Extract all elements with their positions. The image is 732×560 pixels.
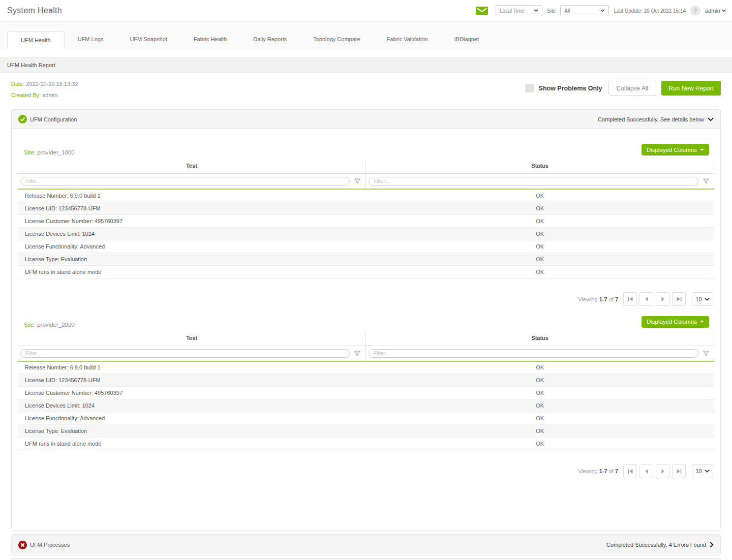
date-value: 2022-10-20 15:13:32 (26, 81, 78, 87)
chevron-down-icon (600, 9, 605, 12)
site-name: provider_1000 (37, 149, 75, 155)
previous-page-button[interactable] (639, 464, 653, 478)
chevron-down-icon[interactable] (708, 117, 714, 121)
tab-fabric-health[interactable]: Fabric Health (180, 30, 240, 49)
filter-funnel-icon[interactable] (703, 351, 709, 356)
status-cell: OK (366, 253, 714, 265)
top-bar: System Health Local Time Site All Last U… (0, 0, 732, 22)
table-row: License Devices Limit: 1024OK (18, 227, 714, 240)
test-filter-input[interactable] (20, 349, 350, 358)
filter-funnel-icon[interactable] (703, 178, 709, 184)
column-header-status[interactable]: Status (366, 160, 714, 174)
table-row: License Functionality: AdvancedOK (18, 412, 714, 425)
tab-daily-reports[interactable]: Daily Reports (240, 30, 300, 49)
page-title: System Health (7, 6, 62, 15)
site-line: Site: provider_2000 (24, 322, 75, 328)
pagination-viewing-text: Viewing 1-7 of 7 (578, 468, 618, 474)
tab-ufm-snapshot[interactable]: UFM Snapshot (116, 30, 180, 49)
filter-funnel-icon[interactable] (354, 178, 360, 184)
pagination-range: 1-7 (599, 468, 607, 474)
chevron-down-icon (534, 9, 538, 12)
tab-strip: UFM HealthUFM LogsUFM SnapshotFabric Hea… (7, 30, 725, 49)
site-label: Site: (24, 322, 36, 328)
first-page-button[interactable] (623, 292, 637, 306)
table-row: License UID: 123456778-UFMOK (18, 202, 714, 214)
page-size-select[interactable]: 10 (692, 292, 713, 306)
date-label: Date: (11, 81, 24, 87)
next-panel-partial (11, 558, 721, 560)
tab-ufm-health[interactable]: UFM Health (7, 31, 65, 49)
table-row: License UID: 123456778-UFMOK (18, 374, 714, 387)
run-new-report-button[interactable]: Run New Report (661, 81, 721, 96)
created-by-value: admin (42, 92, 57, 98)
ufm-configuration-panel: UFM Configuration Completed Successfully… (11, 109, 721, 531)
test-cell: License Functionality: Advanced (18, 240, 366, 253)
page-size-select[interactable]: 10 (692, 464, 713, 478)
tab-ufm-logs[interactable]: UFM Logs (65, 30, 117, 49)
ufm-configuration-title: UFM Configuration (30, 116, 77, 122)
ufm-processes-panel-header[interactable]: UFM Processes Completed Successfully. 4 … (12, 535, 720, 555)
time-zone-select[interactable]: Local Time (496, 5, 542, 16)
report-created-by-line: Created By: admin (11, 92, 78, 98)
success-check-icon (18, 115, 27, 123)
status-cell: OK (366, 374, 714, 387)
mail-icon[interactable] (476, 7, 488, 15)
next-page-button[interactable] (656, 464, 669, 478)
user-menu[interactable]: admin (705, 8, 727, 14)
filter-cell-status (366, 174, 714, 190)
table-body: Release Number: 6.9.0 build 1OKLicense U… (18, 361, 714, 450)
test-cell: Release Number: 6.9.0 build 1 (18, 189, 366, 202)
help-icon[interactable]: ? (690, 6, 700, 16)
displayed-columns-button[interactable]: Displayed Columns (642, 144, 709, 155)
table-row: License Type: EvaluationOK (18, 253, 714, 265)
status-cell: OK (366, 361, 714, 374)
status-filter-input[interactable] (369, 177, 698, 185)
status-cell: OK (366, 189, 714, 202)
show-problems-checkbox[interactable] (525, 84, 534, 92)
status-cell: OK (366, 227, 714, 240)
first-page-button[interactable] (623, 464, 637, 478)
pagination-range: 1-7 (599, 296, 607, 302)
collapse-all-button[interactable]: Collapse All (608, 81, 657, 96)
displayed-columns-label: Displayed Columns (647, 147, 697, 153)
test-cell: License UID: 123456778-UFM (18, 374, 366, 387)
status-cell: OK (366, 387, 714, 399)
user-name: admin (705, 8, 720, 14)
filter-cell-test (18, 346, 366, 361)
table-row: Release Number: 6.9.0 build 1OK (18, 361, 714, 374)
health-report-table: Test Status (18, 332, 714, 451)
table-row: UFM runs in stand alone modeOK (18, 265, 714, 278)
tab-topology-compare[interactable]: Topology Compare (300, 30, 373, 49)
report-meta-row: Date: 2022-10-20 15:13:32 Created By: ad… (0, 73, 732, 107)
ufm-processes-panel: UFM Processes Completed Successfully. 4 … (11, 534, 721, 555)
test-filter-input[interactable] (20, 177, 350, 185)
previous-page-button[interactable] (639, 292, 653, 306)
filter-funnel-icon[interactable] (354, 351, 360, 356)
column-header-test[interactable]: Test (18, 160, 366, 174)
status-cell: OK (366, 399, 714, 412)
column-header-status[interactable]: Status (366, 332, 714, 346)
pagination-bar: Viewing 1-7 of 7 10 (18, 278, 714, 306)
page-size-value: 10 (695, 296, 702, 302)
test-cell: License Devices Limit: 1024 (18, 227, 366, 240)
site-select[interactable]: All (560, 5, 609, 16)
show-problems-label: Show Problems Only (539, 85, 602, 92)
site-section: Site: provider_2000 Displayed Columns Te… (18, 306, 714, 479)
status-filter-input[interactable] (369, 349, 698, 358)
last-page-button[interactable] (672, 464, 686, 478)
ufm-processes-status: Completed Successfully. 4 Errors Found (606, 542, 714, 548)
page-size-value: 10 (695, 468, 702, 474)
test-cell: License Customer Number: 495760397 (18, 387, 366, 399)
ufm-configuration-panel-header[interactable]: UFM Configuration Completed Successfully… (12, 110, 720, 129)
next-page-button[interactable] (656, 292, 669, 306)
top-bar-right: Local Time Site All Last Update: 20 Oct … (476, 5, 727, 16)
table-filter-row (18, 346, 714, 361)
last-page-button[interactable] (672, 292, 686, 306)
column-header-test[interactable]: Test (18, 332, 366, 346)
chevron-right-icon[interactable] (710, 542, 714, 548)
tab-fabric-validation[interactable]: Fabric Validation (374, 30, 441, 49)
status-cell: OK (366, 240, 714, 253)
tab-ibdiagnet[interactable]: IBDiagnet (441, 30, 492, 49)
displayed-columns-button[interactable]: Displayed Columns (642, 316, 709, 328)
status-cell: OK (366, 202, 714, 214)
